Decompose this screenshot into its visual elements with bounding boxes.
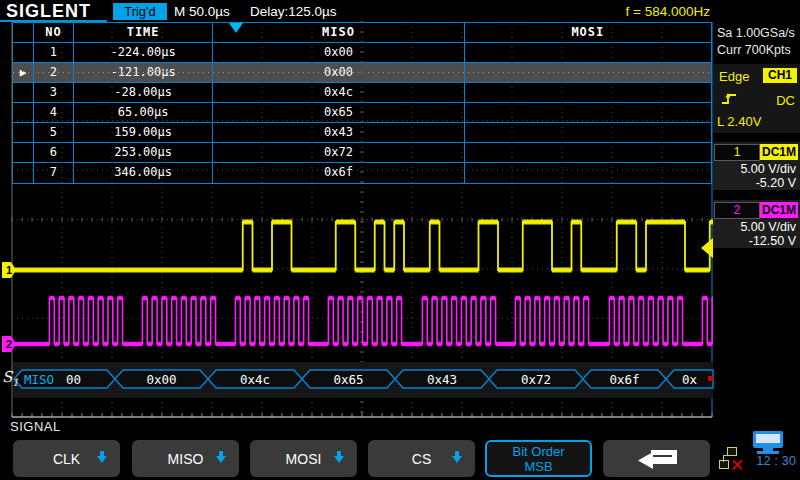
- decode-segment-value: 0x: [682, 372, 698, 387]
- decode-segment-value: 00: [66, 372, 81, 387]
- decode-bus-name: MISO: [24, 372, 54, 387]
- trigger-position-marker[interactable]: [229, 23, 243, 33]
- incomplete-byte-dot: [708, 376, 713, 381]
- decode-segment-value: 0x00: [146, 372, 176, 387]
- decode-segment-value: 0x65: [333, 372, 363, 387]
- decode-segment-value: 0x43: [427, 372, 457, 387]
- decode-segment-value: 0x72: [521, 372, 551, 387]
- trigger-level-marker[interactable]: [701, 238, 713, 258]
- channel1-marker-label: 1: [6, 264, 12, 276]
- channel2-marker-label: 2: [6, 338, 12, 350]
- decode-bus-label[interactable]: S1: [2, 368, 19, 388]
- decode-segment-value: 0x6f: [609, 372, 639, 387]
- oscilloscope-screen: SIGLENT Trig'd M 50.0µs Delay:125.0µs f …: [0, 0, 800, 480]
- ch2-waveform: [12, 298, 713, 344]
- decode-segment-value: 0x4c: [240, 372, 270, 387]
- waveform-display: 00MISO0x000x4c0x650x430x720x6f0x12: [0, 0, 800, 480]
